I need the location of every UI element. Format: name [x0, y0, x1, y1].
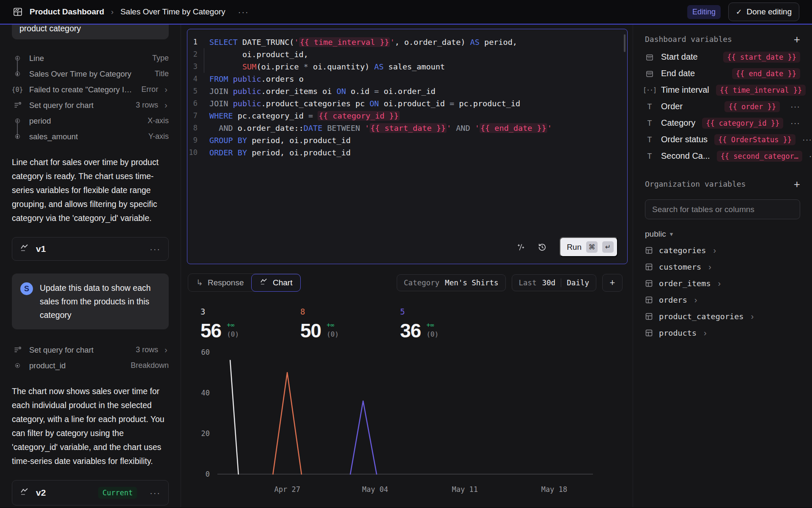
step-label: Set query for chart [29, 101, 93, 110]
table-icon [645, 329, 653, 337]
step-label: Line [29, 54, 44, 63]
format-sql-icon[interactable] [516, 243, 525, 251]
assistant-step: product_idBreakdown [12, 358, 169, 373]
assistant-step: sales_amountY-axis [12, 129, 169, 144]
step-label: Failed to create "Category ID... [29, 85, 135, 94]
editing-badge: Editing [687, 5, 721, 19]
more-icon[interactable]: ··· [150, 488, 161, 498]
variable-row[interactable]: [··]Time interval{{ time_interval }} [645, 82, 800, 98]
line-number: 1 [187, 36, 209, 48]
variable-row[interactable]: End date{{ end_date }} [645, 65, 800, 82]
more-icon[interactable]: ··· [150, 244, 161, 254]
add-org-variable-button[interactable]: + [794, 180, 800, 188]
more-icon[interactable]: ··· [787, 102, 800, 111]
variable-row[interactable]: TOrder{{ order }}··· [645, 98, 800, 115]
breadcrumb-more-icon[interactable]: ··· [238, 7, 249, 17]
svg-text:40: 40 [201, 389, 210, 397]
top-bar: Product Dashboard › Sales Over Time by C… [0, 0, 812, 25]
assistant-step[interactable]: {0}Failed to create "Category ID...Error… [12, 82, 169, 97]
code-text: JOIN public.product_categories pc ON oi.… [209, 97, 520, 110]
date-range-pill[interactable]: Last 30d Daily [512, 274, 596, 291]
add-variable-button[interactable]: + [794, 35, 800, 44]
editor-scrollbar[interactable] [624, 34, 625, 52]
variable-chip[interactable]: {{ order }} [724, 101, 780, 112]
variable-label: Second Ca... [661, 151, 710, 161]
breadcrumb-dashboard[interactable]: Product Dashboard [30, 7, 104, 17]
step-value: Error [141, 85, 158, 94]
sql-code-area[interactable]: 1SELECT DATE_TRUNC('{{ time_interval }}'… [187, 29, 627, 159]
more-icon[interactable]: ··· [809, 151, 812, 161]
stat-series-key: 8 [300, 307, 400, 316]
step-label: period [29, 116, 51, 126]
more-icon[interactable]: ··· [790, 118, 800, 128]
cmd-key-icon: ⌘ [586, 241, 598, 253]
braces-icon: {0} [12, 86, 23, 94]
done-editing-button[interactable]: ✓ Done editing [728, 3, 799, 21]
sql-editor[interactable]: 1SELECT DATE_TRUNC('{{ time_interval }}'… [187, 29, 628, 264]
assistant-step: periodX-axis [12, 113, 169, 129]
category-filter-pill[interactable]: Category Men's Shirts [397, 274, 506, 291]
variable-chip[interactable]: {{ start_date }} [723, 52, 800, 63]
svg-text:60: 60 [201, 348, 210, 356]
code-line: 3 SUM(oi.price * oi.quantity) AS sales_a… [187, 61, 619, 73]
more-icon[interactable]: ··· [802, 135, 812, 144]
assistant-step[interactable]: Set query for chart3 rows› [12, 97, 169, 113]
code-text: FROM public.orders o [209, 73, 304, 85]
variable-chip[interactable]: {{ second_categor… [717, 151, 802, 162]
dashboard-variables-title: Dashboard variables [645, 35, 732, 44]
assistant-sidebar: product category LineTypeSales Over Time… [0, 25, 181, 507]
query-history-icon[interactable] [538, 243, 547, 252]
table-row[interactable]: orders› [645, 292, 800, 308]
variable-chip[interactable]: {{ category_id }} [702, 118, 783, 129]
table-icon [645, 312, 653, 320]
assistant-step: LineType [12, 50, 169, 66]
table-row[interactable]: categories› [645, 242, 800, 259]
table-search-container [645, 199, 800, 219]
tab-response[interactable]: ↳ Response [188, 274, 252, 291]
variable-chip[interactable]: {{ OrderStatus }} [714, 134, 796, 145]
variables-sidebar: Dashboard variables + Start date{{ start… [633, 25, 812, 507]
table-row[interactable]: order_items› [645, 275, 800, 292]
breadcrumb-page-title[interactable]: Sales Over Time by Category [121, 7, 225, 17]
variable-chip[interactable]: {{ time_interval }} [716, 85, 806, 96]
table-row[interactable]: product_categories› [645, 308, 800, 325]
variable-row[interactable]: TCategory{{ category_id }}··· [645, 115, 800, 131]
run-query-button[interactable]: Run ⌘ ↵ [560, 237, 618, 257]
schema-toggle[interactable]: public ▾ [645, 229, 800, 239]
table-row[interactable]: products› [645, 325, 800, 341]
calendar-icon [645, 53, 654, 61]
step-value: Breakdown [131, 361, 169, 370]
variable-row[interactable]: TSecond Ca...{{ second_categor…··· [645, 148, 800, 164]
node-icon [12, 363, 23, 368]
svg-text:May 18: May 18 [541, 485, 567, 494]
app-logo-icon[interactable] [13, 7, 23, 17]
line-number: 4 [187, 73, 209, 85]
schema-name: public [645, 229, 666, 239]
code-line: 4FROM public.orders o [187, 73, 619, 85]
stat-delta-baseline: (0) [326, 330, 339, 338]
variable-row[interactable]: TOrder status{{ OrderStatus }}··· [645, 131, 800, 148]
version-card-v2[interactable]: v2 Current ··· [12, 480, 169, 505]
assistant-step[interactable]: Set query for chart3 rows› [12, 342, 169, 358]
table-row[interactable]: customers› [645, 259, 800, 275]
step-label: Sales Over Time by Category [29, 69, 132, 79]
assistant-step: Sales Over Time by CategoryTitle [12, 66, 169, 82]
version-card-v1[interactable]: v1 ··· [12, 237, 169, 261]
results-tabs: ↳ Response Chart [188, 273, 301, 292]
code-line: 10ORDER BY period, oi.product_id [187, 146, 619, 159]
chevron-right-icon: › [165, 85, 169, 94]
node-icon [12, 72, 23, 76]
step-value: Type [152, 54, 169, 63]
tab-chart[interactable]: Chart [251, 274, 301, 292]
table-search-input[interactable] [652, 205, 793, 214]
add-filter-button[interactable]: + [602, 274, 623, 292]
code-text: SELECT DATE_TRUNC('{{ time_interval }}',… [209, 36, 517, 48]
variable-row[interactable]: Start date{{ start_date }} [645, 49, 800, 65]
stat-value: 56 [200, 321, 221, 340]
line-number: 6 [187, 97, 209, 110]
variable-chip[interactable]: {{ end_date }} [732, 68, 800, 79]
line-number: 7 [187, 110, 209, 122]
code-text: ORDER BY period, oi.product_id [209, 146, 351, 159]
line-chart-icon [20, 488, 29, 498]
code-line: 9GROUP BY period, oi.product_id [187, 134, 619, 146]
